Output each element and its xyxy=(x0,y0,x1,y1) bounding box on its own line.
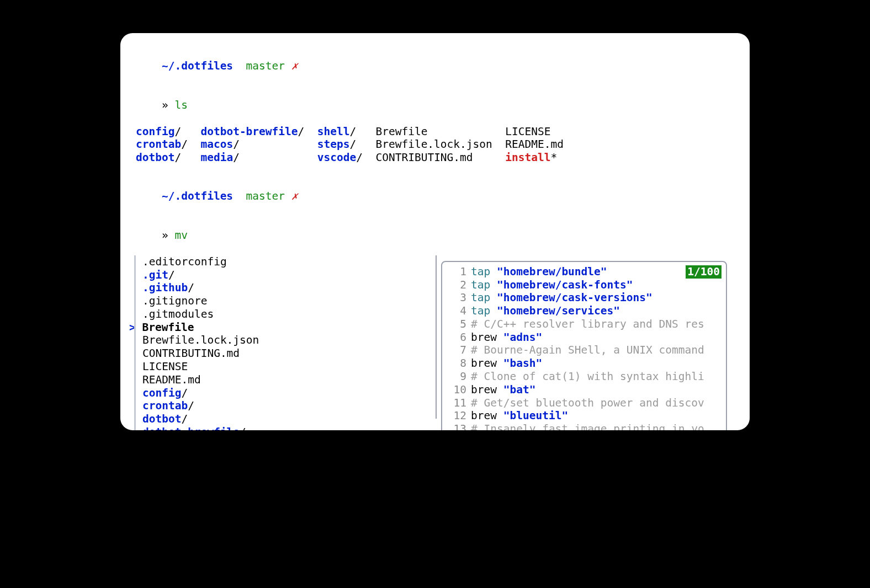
line-number: 6 xyxy=(447,331,471,344)
line-number: 9 xyxy=(447,370,471,383)
path-name: .dotfiles xyxy=(174,190,233,202)
fzf-item[interactable]: LICENSE xyxy=(142,360,434,373)
dir-slash: / xyxy=(298,125,305,138)
fzf-item[interactable]: CONTRIBUTING.md xyxy=(142,347,434,360)
preview-line: 12brew "blueutil" xyxy=(447,409,722,423)
ls-entry: Brewfile.lock.json xyxy=(375,138,492,151)
prompt-arrow: » xyxy=(162,229,168,242)
ls-entry: steps xyxy=(317,138,350,151)
line-content: # Get/set bluetooth power and discov xyxy=(471,397,722,410)
line-number: 11 xyxy=(447,397,471,410)
command-ls: ls xyxy=(174,99,187,111)
path-name: .dotfiles xyxy=(174,60,233,72)
git-branch: master xyxy=(246,190,285,202)
fzf-item[interactable]: .gitignore xyxy=(142,295,434,308)
ls-entry: README.md xyxy=(505,138,564,151)
line-number: 5 xyxy=(447,318,471,331)
fzf-list[interactable]: .editorconfig.git/.github/.gitignore.git… xyxy=(136,255,434,430)
terminal-window[interactable]: ~/.dotfiles master ✗ » ls config/ dotbot… xyxy=(120,33,750,430)
line-content: tap "homebrew/cask-versions" xyxy=(471,291,722,304)
fzf-container: .editorconfig.git/.github/.gitignore.git… xyxy=(136,255,734,430)
ls-row: crontab/ macos/ steps/ Brewfile.lock.jso… xyxy=(136,138,734,151)
preview-line: 11# Get/set bluetooth power and discov xyxy=(447,397,722,410)
preview-line: 4tap "homebrew/services" xyxy=(447,304,722,318)
ls-entry: dotbot-brewfile xyxy=(200,125,298,138)
fzf-item-label: .github/ xyxy=(142,281,194,294)
ls-entry: macos xyxy=(200,138,233,151)
fzf-item-label: CONTRIBUTING.md xyxy=(142,347,240,360)
prompt-line-1: ~/.dotfiles master ✗ xyxy=(136,46,734,85)
ls-output: config/ dotbot-brewfile/ shell/ Brewfile… xyxy=(136,125,734,164)
ls-entry: dotbot xyxy=(136,151,174,164)
ls-entry: shell xyxy=(317,125,350,138)
fzf-item-label: Brewfile.lock.json xyxy=(142,334,259,346)
git-branch: master xyxy=(246,60,285,72)
dir-slash: / xyxy=(349,125,356,138)
prompt-line-2: ~/.dotfiles master ✗ xyxy=(136,177,734,216)
dir-slash: / xyxy=(174,125,181,138)
fzf-item[interactable]: .github/ xyxy=(142,281,434,295)
preview-line: 2tap "homebrew/cask-fonts" xyxy=(447,279,722,292)
line-content: # Insanely fast image printing in yo xyxy=(471,423,722,430)
dir-slash: / xyxy=(181,138,188,151)
fzf-preview-pane[interactable]: 1/100 1tap "homebrew/bundle"2tap "homebr… xyxy=(441,261,727,430)
ls-row: config/ dotbot-brewfile/ shell/ Brewfile… xyxy=(136,125,734,138)
git-dirty-icon: ✗ xyxy=(291,190,298,202)
fzf-item[interactable]: Brewfile.lock.json xyxy=(142,334,434,347)
line-number: 12 xyxy=(447,409,471,423)
ls-row: dotbot/ media/ vscode/ CONTRIBUTING.md i… xyxy=(136,151,734,164)
ls-entry: crontab xyxy=(136,138,181,151)
fzf-item[interactable]: .gitmodules xyxy=(142,308,434,321)
preview-line: 5# C/C++ resolver library and DNS res xyxy=(447,318,722,331)
fzf-item[interactable]: README.md xyxy=(142,373,434,387)
preview-line: 13# Insanely fast image printing in yo xyxy=(447,423,722,430)
fzf-item-label: dotbot/ xyxy=(142,413,188,425)
line-number: 7 xyxy=(447,344,471,357)
ls-entry: vscode xyxy=(317,151,356,164)
path-prefix: ~/ xyxy=(162,190,174,202)
fzf-item-label: .gitignore xyxy=(142,295,207,307)
line-content: tap "homebrew/cask-fonts" xyxy=(471,279,722,292)
exec-marker: * xyxy=(550,151,557,164)
dir-slash: / xyxy=(174,151,181,164)
line-number: 4 xyxy=(447,304,471,318)
line-number: 3 xyxy=(447,291,471,304)
line-number: 13 xyxy=(447,423,471,430)
ls-entry: Brewfile xyxy=(375,125,427,138)
fzf-item[interactable]: > Brewfile xyxy=(129,321,434,334)
prompt-arrow: » xyxy=(162,99,168,111)
line-content: brew "bat" xyxy=(471,383,722,397)
fzf-item-label: .git/ xyxy=(142,269,175,281)
line-content: tap "homebrew/bundle" xyxy=(471,265,722,279)
dir-slash: / xyxy=(356,151,363,164)
pane-separator xyxy=(436,255,437,419)
fzf-item[interactable]: config/ xyxy=(142,387,434,400)
fzf-item[interactable]: .git/ xyxy=(142,269,434,282)
line-number: 2 xyxy=(447,279,471,292)
line-content: brew "bash" xyxy=(471,357,722,370)
fzf-item-label: Brewfile xyxy=(142,321,194,334)
fzf-item[interactable]: .editorconfig xyxy=(142,255,434,269)
line-number: 10 xyxy=(447,383,471,397)
dir-slash: / xyxy=(233,138,240,151)
fzf-item[interactable]: dotbot/ xyxy=(142,413,434,426)
line-content: brew "adns" xyxy=(471,331,722,344)
preview-line: 3tap "homebrew/cask-versions" xyxy=(447,291,722,304)
line-content: # C/C++ resolver library and DNS res xyxy=(471,318,722,331)
preview-line: 8brew "bash" xyxy=(447,357,722,370)
fzf-item-label: crontab/ xyxy=(142,399,194,412)
command-mv: mv xyxy=(174,229,187,242)
ls-entry: media xyxy=(200,151,233,164)
git-dirty-icon: ✗ xyxy=(291,60,298,72)
line-number: 1 xyxy=(447,265,471,279)
preview-position-badge: 1/100 xyxy=(686,265,722,279)
command-line-1: » ls xyxy=(136,85,734,125)
line-content: brew "blueutil" xyxy=(471,409,722,423)
ls-entry: LICENSE xyxy=(505,125,550,138)
dir-slash: / xyxy=(349,138,356,151)
fzf-item[interactable]: dotbot-brewfile/ xyxy=(142,426,434,430)
fzf-item[interactable]: crontab/ xyxy=(142,399,434,413)
ls-entry: CONTRIBUTING.md xyxy=(375,151,473,164)
fzf-item-label: .gitmodules xyxy=(142,308,214,320)
preview-line: 6brew "adns" xyxy=(447,331,722,344)
